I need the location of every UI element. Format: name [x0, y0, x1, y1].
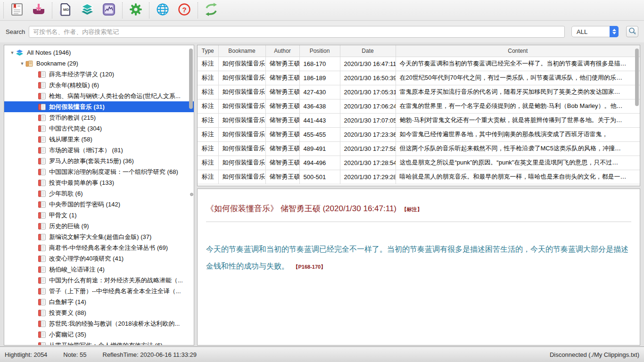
cell-author: 储智勇王硕 [265, 170, 299, 184]
table-row[interactable]: 标注如何假装懂音乐储智勇王硕455-4552020/1/30 17:23:36如… [198, 127, 640, 141]
cell-position: 436-438 [299, 99, 340, 113]
cell-date: 2020/1/30 17:23:36 [340, 127, 396, 141]
book-icon [38, 147, 46, 154]
book-title-label: 中国国家治理的制度逻辑：一个组织学研究 (68) [49, 168, 178, 176]
cell-bookname: 如何假装懂音乐 [218, 99, 265, 113]
sidebar-item-book[interactable]: 苏世民:我的经验与教训（2018读桥水达利欧的... [4, 318, 194, 329]
table-row[interactable]: 标注如何假装懂音乐储智勇王硕494-4962020/1/30 17:28:54这… [198, 156, 640, 170]
sidebar-item-book[interactable]: 如何假装懂音乐 (31) [4, 101, 194, 112]
column-header-author[interactable]: Author [265, 45, 299, 57]
statistics-button[interactable] [98, 1, 120, 20]
splitter-handle[interactable] [190, 193, 193, 196]
cell-bookname: 如何假装懂音乐 [218, 113, 265, 127]
help-button[interactable]: ? [173, 1, 195, 20]
settings-gear-button[interactable] [125, 1, 147, 20]
disclosure-triangle-icon[interactable]: ▼ [19, 61, 25, 66]
sidebar-item-book[interactable]: 少年凯歌 (6) [4, 188, 194, 199]
column-header-type[interactable]: Type [198, 45, 218, 57]
book-title-label: 苏世民:我的经验与教训（2018读桥水达利欧的... [49, 320, 180, 328]
cell-type: 标注 [198, 71, 218, 85]
cell-content: 在20世纪50年代到70年代之间，有过一类乐队，叫节奏蓝调乐队，他们使用的乐… [396, 71, 640, 85]
sidebar-item-book[interactable]: 改变心理学的40项研究 (41) [4, 253, 194, 264]
sidebar-item-book[interactable]: 中央帝国的哲学密码 (142) [4, 199, 194, 210]
cell-type: 标注 [198, 141, 218, 156]
sidebar-item-book[interactable]: 白鱼解字 (14) [4, 296, 194, 307]
book-title-label: 薛兆丰经济学讲义 (120) [49, 70, 114, 79]
import-clippings-button[interactable] [28, 1, 50, 20]
cell-position: 186-189 [299, 71, 340, 85]
sidebar-item-book[interactable]: 新编说文解字大全集(超值白金版) (37) [4, 231, 194, 242]
sidebar-item-book[interactable]: 小窗幽记 (35) [4, 329, 194, 340]
sidebar-item-book[interactable]: 投资要义 (88) [4, 307, 194, 318]
table-row[interactable]: 标注如何假装懂音乐储智勇王硕168-1702020/1/30 16:47:11今… [198, 57, 640, 71]
column-header-bookname[interactable]: Bookname [218, 45, 265, 57]
sidebar-item-book[interactable]: 中国古代简史 (304) [4, 123, 194, 134]
book-title-label: 枪炮、病菌与钢铁:人类社会的命运(世纪人文系... [49, 92, 181, 100]
cell-position: 427-430 [299, 85, 340, 99]
sidebar-item-book[interactable]: 从零开始学写作：个人增值的有效方法 (6) [4, 340, 194, 346]
sidebar-item-book[interactable]: 市场的逻辑（增订本） (81) [4, 145, 194, 156]
book-title-label: 如何假装懂音乐 (31) [49, 103, 105, 111]
table-row[interactable]: 标注如何假装懂音乐储智勇王硕186-1892020/1/30 16:50:39在… [198, 71, 640, 85]
settings-gear-icon [129, 2, 143, 18]
table-row[interactable]: 标注如何假装懂音乐储智勇王硕436-4382020/1/30 17:06:24在… [198, 99, 640, 113]
book-icon [38, 190, 46, 197]
cell-type: 标注 [198, 170, 218, 184]
cell-type: 标注 [198, 99, 218, 113]
toolbar-separator [149, 2, 149, 18]
sidebar-item-book[interactable]: 薛兆丰经济学讲义 (120) [4, 69, 194, 80]
book-icon [38, 321, 46, 327]
markdown-export-button[interactable]: MD [55, 1, 76, 20]
web-globe-button[interactable] [152, 1, 173, 20]
tree-item-all-notes[interactable]: ▼ All Notes (1946) [4, 47, 194, 58]
sidebar-item-book[interactable]: 庆余年(精校版) (6) [4, 80, 194, 90]
table-row[interactable]: 标注如何假装懂音乐储智勇王硕500-5012020/1/30 17:29:28嘻… [198, 170, 640, 184]
sidebar-item-book[interactable]: 甲骨文 (1) [4, 210, 194, 221]
detail-divider [206, 222, 631, 222]
sidebar-item-book[interactable]: 商君书-中华经典名著全本全注全译丛书 (69) [4, 242, 194, 253]
table-row[interactable]: 标注如何假装懂音乐储智勇王硕427-4302020/1/30 17:05:31雷… [198, 85, 640, 99]
cell-position: 168-170 [299, 57, 340, 71]
cell-date: 2020/1/30 17:06:24 [340, 99, 396, 113]
column-header-content[interactable]: Content [396, 45, 640, 57]
sidebar-item-book[interactable]: 杨伯峻_论语译注 (4) [4, 264, 194, 275]
sidebar-item-book[interactable]: 枪炮、病菌与钢铁:人类社会的命运(世纪人文系... [4, 90, 194, 101]
sidebar-item-book[interactable]: 罗马人的故事(套装共15册) (36) [4, 156, 194, 166]
table-row[interactable]: 标注如何假装懂音乐储智勇王硕441-4432020/1/30 17:07:05鲍… [198, 113, 640, 127]
sidebar-item-book[interactable]: 中国国家治理的制度逻辑：一个组织学研究 (68) [4, 166, 194, 177]
filter-dropdown[interactable]: ALL [571, 26, 619, 37]
cell-content: 鲍勃·马利对雷鬼文化还有一个重大贡献，就是将脏辫传播到了世界各地。关于为… [396, 113, 640, 127]
search-button[interactable] [626, 26, 638, 37]
sidebar-item-book[interactable]: 投资中最简单的事 (133) [4, 177, 194, 188]
sidebar-item-book[interactable]: 管子（上下册）--中华经典名著全本全注全译（... [4, 286, 194, 296]
import-clippings-icon [32, 2, 46, 18]
book-icon [38, 299, 46, 305]
cell-position: 494-496 [299, 156, 340, 170]
book-title-label: 管子（上下册）--中华经典名著全本全注全译（... [49, 287, 181, 296]
sidebar-item-book[interactable]: 钱从哪里来 (58) [4, 134, 194, 145]
table-scrollbar[interactable] [635, 49, 639, 106]
sidebar-item-book[interactable]: 中国为什么有前途：对外经济关系的战略潜能（... [4, 275, 194, 286]
sidebar-scrollbar[interactable] [189, 49, 193, 109]
layers-export-button[interactable] [76, 1, 98, 20]
sidebar-item-book[interactable]: 历史的巨镜 (9) [4, 221, 194, 231]
sync-refresh-button[interactable] [200, 1, 222, 20]
book-title-label: 历史的巨镜 (9) [49, 222, 89, 230]
book-title-label: 从零开始学写作：个人增值的有效方法 (6) [49, 341, 163, 346]
book-title-label: 新编说文解字大全集(超值白金版) (37) [49, 233, 151, 241]
book-icon [38, 104, 46, 110]
book-tree-panel: ▼ All Notes (1946) ▼ Bookname (29) [4, 45, 194, 346]
sidebar-item-book[interactable]: 货币的教训 (215) [4, 112, 194, 123]
disclosure-triangle-icon[interactable]: ▼ [9, 50, 16, 55]
cell-author: 储智勇王硕 [265, 156, 299, 170]
table-row[interactable]: 标注如何假装懂音乐储智勇王硕489-4912020/1/30 17:27:58但… [198, 141, 640, 156]
highlight-count: Hightlight: 2054 [5, 351, 47, 358]
cell-position: 500-501 [299, 170, 340, 184]
tree-item-bookname-group[interactable]: ▼ Bookname (29) [4, 58, 194, 69]
column-header-date[interactable]: Date [340, 45, 396, 57]
notes-document-button[interactable] [6, 1, 28, 20]
book-title-label: 市场的逻辑（增订本） (81) [49, 146, 123, 155]
search-input[interactable] [29, 26, 565, 38]
column-header-position[interactable]: Position [299, 45, 340, 57]
cell-bookname: 如何假装懂音乐 [218, 85, 265, 99]
